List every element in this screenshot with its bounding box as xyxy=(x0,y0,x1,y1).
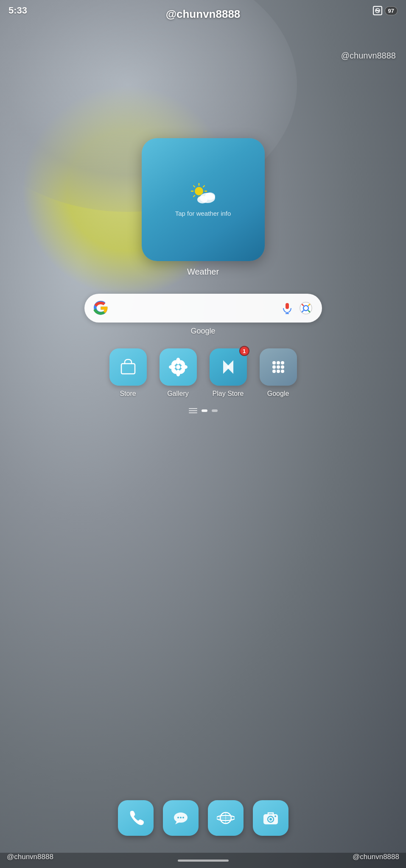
dock-camera[interactable] xyxy=(253,800,288,836)
google-search-bar[interactable] xyxy=(84,294,322,323)
blocked-icon xyxy=(373,6,382,15)
dock-phone[interactable] xyxy=(118,800,154,836)
svg-point-31 xyxy=(272,365,276,369)
weather-widget[interactable]: Tap for weather info xyxy=(142,138,265,261)
svg-point-35 xyxy=(277,370,280,373)
app-label-gallery: Gallery xyxy=(167,390,189,398)
watermark-bottom-right: @chunvn8888 xyxy=(353,853,399,861)
svg-rect-18 xyxy=(121,364,135,374)
dock-messages[interactable] xyxy=(163,800,199,836)
app-label-google: Google xyxy=(267,390,289,398)
weather-tap-text: Tap for weather info xyxy=(175,210,231,217)
watermark-top-center: @chunvn8888 xyxy=(166,8,241,21)
watermark-top-right: @chunvn8888 xyxy=(341,51,396,61)
page-indicator-2[interactable] xyxy=(212,409,218,412)
svg-rect-14 xyxy=(286,303,289,309)
svg-line-9 xyxy=(203,186,204,187)
svg-point-33 xyxy=(281,365,284,369)
dock-browser[interactable] xyxy=(208,800,244,836)
svg-point-48 xyxy=(274,815,276,817)
play-store-badge: 1 xyxy=(239,346,249,356)
app-icon-google xyxy=(260,348,297,386)
svg-point-34 xyxy=(272,370,276,373)
svg-point-13 xyxy=(205,192,215,200)
google-label: Google xyxy=(190,327,215,336)
page-indicators xyxy=(189,408,218,414)
weather-icon-area xyxy=(188,183,218,206)
svg-line-7 xyxy=(193,186,195,187)
app-grid: Store xyxy=(101,348,305,398)
google-logo xyxy=(93,300,108,316)
page-indicator-menu[interactable] xyxy=(189,408,197,414)
svg-point-32 xyxy=(277,365,280,369)
app-item-play-store[interactable]: 1 Play Store xyxy=(210,348,247,398)
svg-point-29 xyxy=(277,361,280,364)
watermark-bottom-left: @chunvn8888 xyxy=(7,853,53,861)
lens-icon[interactable] xyxy=(298,300,314,316)
app-label-store: Store xyxy=(120,390,136,398)
svg-point-47 xyxy=(269,818,272,821)
svg-point-30 xyxy=(281,361,284,364)
home-pill[interactable] xyxy=(178,860,229,862)
svg-point-2 xyxy=(195,187,203,195)
app-item-google[interactable]: Google xyxy=(260,348,297,398)
svg-line-1 xyxy=(376,9,379,12)
svg-point-39 xyxy=(180,817,182,818)
svg-point-36 xyxy=(281,370,284,373)
status-time: 5:33 xyxy=(8,5,27,16)
weather-label: Weather xyxy=(187,267,219,277)
battery-level: 97 xyxy=(385,6,398,15)
page-indicator-1[interactable] xyxy=(202,409,207,412)
svg-line-10 xyxy=(193,195,195,197)
svg-point-40 xyxy=(182,817,184,818)
nav-bar xyxy=(0,853,406,868)
app-label-play-store: Play Store xyxy=(213,390,244,398)
main-content: Tap for weather info Weather xyxy=(0,19,406,792)
status-icons: 97 xyxy=(373,6,398,15)
svg-point-19 xyxy=(176,365,180,369)
svg-point-28 xyxy=(272,361,276,364)
app-item-gallery[interactable]: Gallery xyxy=(160,348,197,398)
svg-point-38 xyxy=(177,817,179,818)
app-icon-gallery xyxy=(160,348,197,386)
app-icon-store xyxy=(109,348,147,386)
app-item-store[interactable]: Store xyxy=(109,348,147,398)
mic-icon[interactable] xyxy=(280,301,294,315)
bottom-dock xyxy=(0,792,406,853)
google-search-container: Google xyxy=(0,294,406,336)
screen: 5:33 97 @chunvn8888 @chunvn8888 xyxy=(0,0,406,868)
app-icon-play-store: 1 xyxy=(210,348,247,386)
